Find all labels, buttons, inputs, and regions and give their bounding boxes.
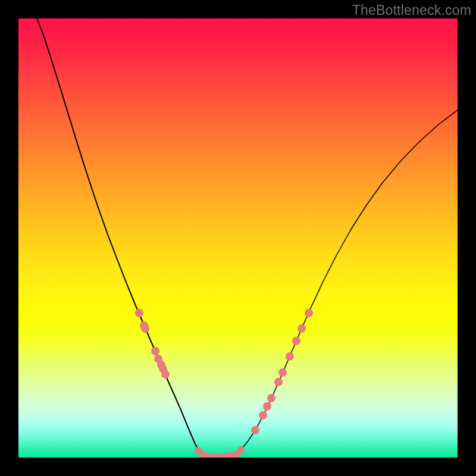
- right-markers: [251, 309, 313, 434]
- data-marker: [305, 309, 313, 317]
- data-marker: [237, 446, 245, 453]
- data-marker: [161, 370, 170, 378]
- data-marker: [263, 402, 271, 411]
- watermark-text: TheBottleneck.com: [352, 2, 471, 18]
- data-marker: [151, 347, 159, 355]
- data-marker: [292, 337, 300, 345]
- data-marker: [286, 352, 294, 361]
- bottom-markers: [195, 446, 245, 458]
- curves-svg: [18, 18, 458, 458]
- left-curve: [37, 18, 210, 457]
- plot-area: [18, 18, 458, 458]
- data-marker: [135, 309, 143, 317]
- data-marker: [141, 324, 149, 333]
- data-marker: [274, 378, 283, 386]
- data-marker: [251, 426, 259, 434]
- right-curve: [228, 110, 458, 456]
- data-marker: [298, 324, 306, 333]
- data-marker: [278, 368, 287, 377]
- chart-frame: TheBottleneck.com: [0, 0, 476, 476]
- data-marker: [267, 394, 275, 402]
- data-marker: [259, 411, 267, 419]
